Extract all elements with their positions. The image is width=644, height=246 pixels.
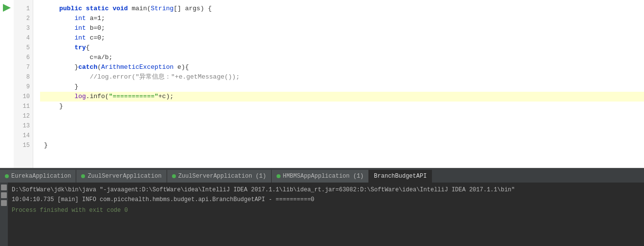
tab-zuulserverapplication-(1)[interactable]: ZuulServerApplication (1): [167, 170, 272, 183]
fold-marker-8: [33, 72, 40, 82]
code-line-1: public static void main(String[] args) {: [40, 4, 644, 14]
line-number-5: 5: [14, 43, 33, 53]
line-number-13: 13: [14, 121, 33, 131]
fold-marker-11: [33, 102, 40, 111]
code-line-11: }: [40, 102, 644, 111]
code-line-8: //log.error("异常信息："+e.getMessage());: [40, 72, 644, 82]
tab-icon-0: [5, 174, 9, 178]
line-number-4: 4: [14, 33, 33, 43]
line-number-1: 1: [14, 4, 33, 14]
line-number-3: 3: [14, 23, 33, 33]
code-line-10: log.info("==========="+c);: [40, 92, 644, 102]
line-number-11: 11: [14, 102, 33, 111]
tab-eurekaapplication[interactable]: EurekaApplication: [0, 170, 76, 183]
code-line-2: int a=1;: [40, 14, 644, 23]
tab-label-1: ZuulServerApplication: [87, 170, 161, 183]
tabs-bar: EurekaApplicationZuulServerApplicationZu…: [0, 168, 644, 183]
console-sidebar-icon-1[interactable]: [1, 184, 7, 190]
run-button[interactable]: [3, 4, 11, 12]
line-number-7: 7: [14, 62, 33, 72]
console-left-sidebar: [0, 183, 8, 246]
code-line-14: [40, 131, 644, 141]
code-line-4: int c=0;: [40, 33, 644, 43]
fold-marker-14: [33, 131, 40, 141]
line-number-2: 2: [14, 14, 33, 23]
fold-marker-3: [33, 23, 40, 33]
fold-marker-12: [33, 111, 40, 121]
fold-marker-9: [33, 82, 40, 92]
console-line-0: D:\SoftWare\jdk\bin\java "-javaagent:D:\…: [12, 185, 640, 194]
code-container: 123456789101112131415 public static void…: [0, 0, 644, 168]
fold-marker-2: [33, 14, 40, 23]
fold-marker-10: [33, 92, 40, 102]
fold-marker-5: [33, 43, 40, 53]
console-sidebar-icon-3[interactable]: [1, 200, 7, 206]
run-gutter: [0, 0, 14, 168]
code-line-15: }: [40, 141, 644, 150]
console-line-3: Process finished with exit code 0: [12, 206, 640, 215]
fold-marker-1: [33, 4, 40, 14]
tab-label-3: HMBMSAppApplication (1): [283, 170, 364, 183]
fold-marker-4: [33, 33, 40, 43]
line-number-6: 6: [14, 53, 33, 62]
tab-branchbudgetapi[interactable]: BranchBudgetAPI: [369, 170, 432, 183]
line-number-8: 8: [14, 72, 33, 82]
line-number-9: 9: [14, 82, 33, 92]
line-number-12: 12: [14, 111, 33, 121]
code-line-6: c=a/b;: [40, 53, 644, 62]
code-content[interactable]: public static void main(String[] args) {…: [40, 0, 644, 168]
fold-marker-15: [33, 141, 40, 150]
tab-label-4: BranchBudgetAPI: [374, 170, 427, 183]
console-wrapper: D:\SoftWare\jdk\bin\java "-javaagent:D:\…: [0, 183, 644, 246]
line-gutter: 123456789101112131415: [14, 0, 33, 168]
tab-label-2: ZuulServerApplication (1): [178, 170, 266, 183]
tab-icon-3: [277, 174, 280, 178]
console-sidebar-icon-2[interactable]: [1, 192, 7, 198]
code-line-5: try{: [40, 43, 644, 53]
fold-marker-6: [33, 53, 40, 62]
code-line-12: [40, 111, 644, 121]
fold-gutter: [33, 0, 40, 168]
line-number-10: 10: [14, 92, 33, 102]
code-line-3: int b=0;: [40, 23, 644, 33]
line-number-15: 15: [14, 141, 33, 150]
tab-icon-2: [172, 174, 176, 178]
fold-marker-7: [33, 62, 40, 72]
tab-hmbmsappapplication-(1)[interactable]: HMBMSAppApplication (1): [272, 170, 369, 183]
line-number-14: 14: [14, 131, 33, 141]
console-line-1: 10:04:10.735 [main] INFO com.picchealth.…: [12, 195, 640, 204]
code-line-13: [40, 121, 644, 131]
fold-marker-13: [33, 121, 40, 131]
tab-zuulserverapplication[interactable]: ZuulServerApplication: [76, 170, 167, 183]
tab-icon-1: [81, 174, 85, 178]
tab-label-0: EurekaApplication: [11, 170, 71, 183]
console-output[interactable]: D:\SoftWare\jdk\bin\java "-javaagent:D:\…: [8, 183, 644, 246]
editor-area: 123456789101112131415 public static void…: [0, 0, 644, 168]
code-line-9: }: [40, 82, 644, 92]
code-line-7: }catch(ArithmeticException e){: [40, 62, 644, 72]
